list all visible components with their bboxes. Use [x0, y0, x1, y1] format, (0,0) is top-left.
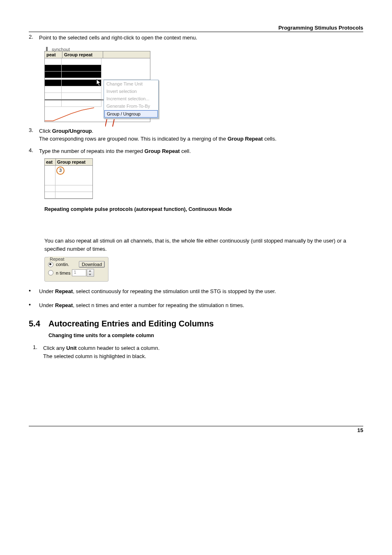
bullet-icon: • — [29, 301, 39, 310]
page-header: Programming Stimulus Protocols — [29, 25, 363, 32]
col-peat: peat — [45, 51, 62, 58]
groupbox-legend: Repeat — [48, 257, 65, 261]
radio-ntimes-label: n times — [56, 271, 70, 275]
bullet-1: • Under Repeat, select continuously for … — [29, 287, 363, 296]
bullet-2: • Under Repeat, select n times and enter… — [29, 301, 363, 310]
step-4: 4. Type the number of repeats into the m… — [29, 147, 363, 155]
step-text: Click any Unit column header to select a… — [43, 344, 363, 360]
table-header-row: eat Group repeat — [44, 158, 93, 166]
menu-change-time-unit[interactable]: Change Time Unit — [104, 80, 158, 88]
section-heading-repeat: Repeating complete pulse protocols (auto… — [44, 206, 363, 212]
menu-invert-selection[interactable]: Invert selection — [104, 88, 158, 95]
synchout-label: synchout — [52, 47, 70, 52]
selected-cell[interactable] — [45, 65, 62, 72]
screenshot-context-menu: synchout peat Group repeat Change Time U… — [44, 45, 150, 122]
step-number: 3. — [29, 127, 39, 143]
radio-contin-label: contin. — [56, 262, 69, 267]
step-number: 4. — [29, 147, 39, 155]
step-3: 3. Click Group/Ungroup. The correspondin… — [29, 127, 363, 143]
screenshot-group-repeat: eat Group repeat 3 — [44, 158, 93, 199]
section-title: Autocreating Entries and Editing Columns — [48, 319, 214, 328]
section-number: 5.4 — [29, 319, 48, 328]
selected-cell[interactable] — [62, 72, 101, 78]
repeat-count-highlight: 3 — [56, 166, 65, 175]
step-number: 1. — [33, 344, 43, 360]
menu-generate-from-to-by[interactable]: Generate From-To-By — [104, 102, 158, 110]
bullet-icon: • — [29, 287, 39, 296]
heading-5-4: 5.4Autocreating Entries and Editing Colu… — [29, 319, 363, 328]
selected-cell[interactable] — [62, 80, 101, 86]
paragraph: You can also repeat all stimuli on all c… — [44, 237, 363, 253]
svg-line-1 — [113, 119, 114, 127]
radio-ntimes[interactable] — [48, 270, 53, 275]
menu-group-ungroup[interactable]: Group / Ungroup — [104, 110, 158, 118]
screenshot-repeat-panel: Repeat contin. Download n times 1 — [44, 257, 108, 282]
step-text: Click Group/Ungroup. The corresponding r… — [39, 127, 363, 143]
step-number: 2. — [29, 34, 39, 42]
page-footer: 15 — [29, 426, 363, 433]
spinner-icon[interactable] — [87, 269, 94, 277]
red-bars-icon — [105, 119, 116, 127]
selected-cell[interactable] — [45, 72, 62, 78]
radio-contin[interactable] — [48, 262, 53, 267]
col-eat: eat — [45, 159, 56, 165]
menu-increment-selection[interactable]: Increment selection... — [104, 95, 158, 102]
col-group-repeat: Group repeat — [56, 159, 92, 165]
step-text: Point to the selected cells and right-cl… — [39, 34, 363, 42]
col-group-repeat: Group repeat — [62, 51, 103, 58]
subheading-changing-time-units: Changing time units for a complete colum… — [48, 333, 363, 338]
download-button[interactable]: Download — [79, 261, 105, 268]
selected-cell[interactable] — [62, 65, 101, 72]
table-header-row: peat Group repeat — [44, 51, 150, 58]
svg-line-0 — [105, 119, 107, 127]
context-menu: Change Time Unit Invert selection Increm… — [104, 80, 159, 118]
step-2: 2. Point to the selected cells and right… — [29, 34, 363, 42]
step-text: Type the number of repeats into the merg… — [39, 147, 363, 155]
selected-cell[interactable] — [45, 80, 62, 86]
step-1-unit: 1. Click any Unit column header to selec… — [33, 344, 363, 360]
ntimes-input[interactable]: 1 — [72, 269, 86, 276]
cursor-icon — [96, 79, 103, 87]
group-repeat-cell[interactable]: 3 — [55, 166, 92, 185]
